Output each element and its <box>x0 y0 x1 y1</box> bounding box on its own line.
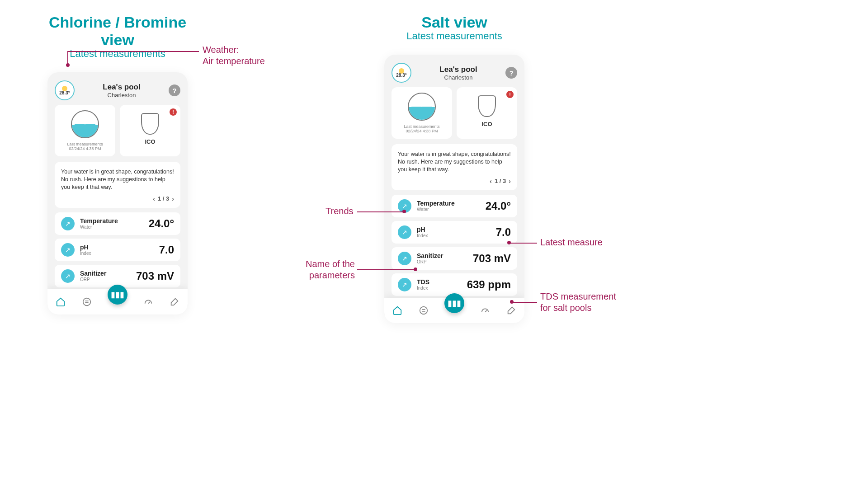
chlorine-view-subtitle: Latest measurements <box>47 48 188 60</box>
measure-sub: Index <box>80 251 159 256</box>
nav-list-icon[interactable] <box>81 296 92 307</box>
pool-name: Lea's pool <box>75 83 169 92</box>
advice-card[interactable]: Your water is in great shape, congratula… <box>392 144 517 190</box>
pool-location: Charleston <box>411 74 505 81</box>
barcode-icon: ▮▮▮ <box>111 290 124 300</box>
nav-edit-icon[interactable] <box>169 296 180 307</box>
bottom-nav: ▮▮▮ <box>47 289 188 314</box>
measure-value: 639 ppm <box>467 278 511 291</box>
card-ico[interactable]: ! ICO <box>120 105 180 156</box>
measure-name: Temperature <box>80 217 149 225</box>
annotation-trends: Trends <box>326 206 354 217</box>
measure-name: pH <box>80 244 159 251</box>
annotation-line <box>67 51 68 65</box>
card-last-measurements[interactable]: Last measurements 02/24/24 4:38 PM <box>55 105 115 156</box>
measure-value: 703 mV <box>473 252 511 265</box>
annotation-param-name: Name of the parameters <box>306 258 355 281</box>
pager-next[interactable]: › <box>509 177 511 186</box>
measure-sub: Index <box>417 286 467 291</box>
card-ico[interactable]: ! ICO <box>457 87 517 139</box>
pool-name: Lea's pool <box>411 65 505 74</box>
help-button[interactable]: ? <box>505 67 517 79</box>
pager-prev[interactable]: ‹ <box>490 177 492 186</box>
phone-frame-salt: 28.3° Lea's pool Charleston ? Last measu… <box>384 55 524 323</box>
alert-icon: ! <box>506 91 514 98</box>
measure-temperature[interactable]: ↗ Temperature Water 24.0° <box>55 212 180 235</box>
barcode-icon: ▮▮▮ <box>448 298 461 308</box>
annotation-dot <box>507 241 511 244</box>
weather-badge[interactable]: 28.3° <box>392 63 411 83</box>
advice-card[interactable]: Your water is in great shape, congratula… <box>55 162 180 208</box>
trend-up-icon: ↗ <box>61 269 75 283</box>
phone-frame-chlorine: 28.3° Lea's pool Charleston ? Last measu… <box>47 72 188 314</box>
help-button[interactable]: ? <box>169 84 180 96</box>
trend-up-icon: ↗ <box>61 217 75 230</box>
nav-gauge-icon[interactable] <box>480 305 491 316</box>
svg-point-1 <box>420 306 428 314</box>
annotation-line <box>68 51 199 52</box>
annotation-line <box>510 243 537 244</box>
advice-text: Your water is in great shape, congratula… <box>398 150 511 174</box>
measure-tds[interactable]: ↗ TDS Index 639 ppm <box>392 273 517 296</box>
card-ico-label: ICO <box>123 138 177 145</box>
measure-value: 24.0° <box>486 200 511 212</box>
measure-value: 24.0° <box>149 217 174 230</box>
card-last-label: Last measurements <box>395 124 448 129</box>
weather-temp: 28.3° <box>59 90 70 95</box>
trend-up-icon: ↗ <box>398 252 411 265</box>
bottom-nav: ▮▮▮ <box>384 298 524 323</box>
pool-icon <box>408 93 436 121</box>
ico-device-icon <box>141 113 159 135</box>
measure-name: Sanitizer <box>80 270 136 277</box>
pager-label: 1 / 3 <box>495 177 506 185</box>
nav-list-icon[interactable] <box>418 305 429 316</box>
measure-value: 7.0 <box>159 244 174 256</box>
nav-home-icon[interactable] <box>55 296 66 307</box>
card-last-timestamp: 02/24/24 4:38 PM <box>395 129 448 133</box>
measure-name: Temperature <box>417 200 486 207</box>
ico-device-icon <box>478 95 496 117</box>
measure-value: 703 mV <box>136 270 174 282</box>
measure-ph[interactable]: ↗ pH Index 7.0 <box>392 221 517 244</box>
trend-up-icon: ↗ <box>61 243 75 257</box>
annotation-line <box>357 211 402 212</box>
nav-gauge-icon[interactable] <box>143 296 154 307</box>
salt-view-title: Salt view <box>384 14 524 31</box>
card-ico-label: ICO <box>460 121 514 127</box>
advice-text: Your water is in great shape, congratula… <box>61 168 174 191</box>
weather-temp: 28.3° <box>396 73 406 78</box>
pager-prev[interactable]: ‹ <box>153 195 155 203</box>
measure-temperature[interactable]: ↗ Temperature Water 24.0° <box>392 195 517 217</box>
measure-sub: Water <box>80 225 149 230</box>
annotation-line <box>513 302 537 303</box>
card-last-label: Last measurements <box>58 142 112 146</box>
nav-center-button[interactable]: ▮▮▮ <box>108 285 127 305</box>
measure-ph[interactable]: ↗ pH Index 7.0 <box>55 239 180 261</box>
measure-sanitizer[interactable]: ↗ Sanitizer ORP 703 mV <box>392 247 517 270</box>
measure-sub: Water <box>417 207 486 212</box>
nav-home-icon[interactable] <box>392 305 403 316</box>
annotation-dot <box>414 267 417 271</box>
card-last-measurements[interactable]: Last measurements 02/24/24 4:38 PM <box>392 87 452 139</box>
measure-name: TDS <box>417 278 467 286</box>
svg-point-0 <box>83 298 91 305</box>
nav-center-button[interactable]: ▮▮▮ <box>444 293 464 313</box>
pager-label: 1 / 3 <box>158 195 169 203</box>
pager-next[interactable]: › <box>172 195 174 203</box>
measure-value: 7.0 <box>496 226 511 239</box>
measure-sanitizer[interactable]: ↗ Sanitizer ORP 703 mV <box>55 265 180 287</box>
salt-view-subtitle: Latest measurements <box>384 30 524 42</box>
annotation-dot <box>402 210 406 213</box>
annotation-weather: Weather: Air temperature <box>203 44 265 67</box>
measure-sub: ORP <box>417 259 473 264</box>
annotation-latest-measure: Latest measure <box>540 237 603 248</box>
trend-up-icon: ↗ <box>398 278 411 291</box>
annotation-tds: TDS measurement for salt pools <box>540 291 616 314</box>
nav-edit-icon[interactable] <box>506 305 517 316</box>
measure-sub: Index <box>417 233 496 238</box>
chlorine-view-title: Chlorine / Bromine view <box>47 14 188 49</box>
alert-icon: ! <box>170 108 177 116</box>
measure-sub: ORP <box>80 277 136 282</box>
trend-up-icon: ↗ <box>398 225 411 239</box>
weather-badge[interactable]: 28.3° <box>55 80 75 100</box>
